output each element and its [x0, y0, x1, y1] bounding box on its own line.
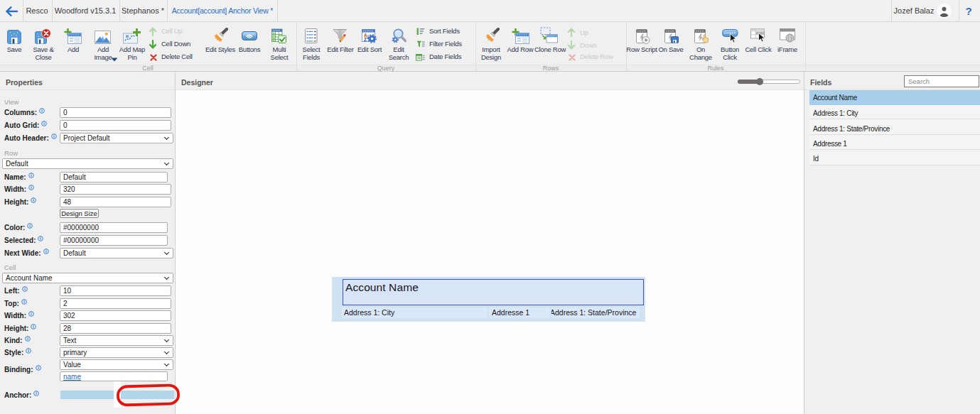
svg-text:Z: Z: [364, 37, 367, 42]
